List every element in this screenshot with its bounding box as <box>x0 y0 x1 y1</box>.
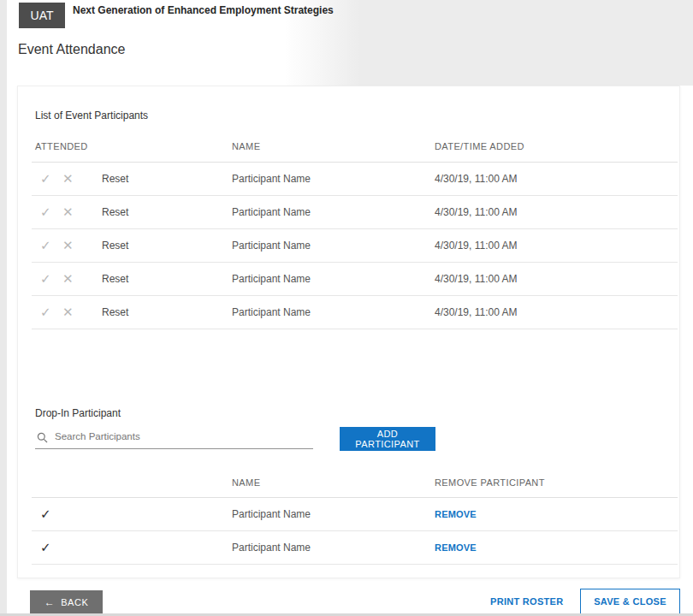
print-roster-link[interactable]: PRINT ROSTER <box>490 596 564 607</box>
add-participant-button[interactable]: ADD PARTICIPANT <box>340 427 435 451</box>
table-row: ✓ Participant Name REMOVE <box>32 531 678 565</box>
date-added: 4/30/19, 11:00 AM <box>435 173 678 185</box>
column-header-name: NAME <box>232 141 435 151</box>
search-participants-input[interactable] <box>48 431 313 443</box>
reset-link[interactable]: Reset <box>102 306 128 318</box>
event-attendance-card: List of Event Participants ATTENDED NAME… <box>17 86 680 578</box>
table-row: ✓ ✕ Reset Participant Name 4/30/19, 11:0… <box>32 163 678 196</box>
participant-name: Participant Name <box>232 273 435 285</box>
environment-badge-label: UAT <box>31 9 54 22</box>
date-added: 4/30/19, 11:00 AM <box>435 306 678 318</box>
attended-check-icon[interactable]: ✓ <box>40 305 54 320</box>
attended-marker-cell: ✓ <box>32 506 232 522</box>
column-header-remove: REMOVE PARTICIPANT <box>435 477 678 488</box>
attended-cross-icon[interactable]: ✕ <box>62 204 76 220</box>
participant-name: Participant Name <box>232 173 435 185</box>
column-header-name: NAME <box>232 477 435 488</box>
participant-name: Participant Name <box>232 206 435 218</box>
attended-cross-icon[interactable]: ✕ <box>62 238 76 253</box>
search-icon <box>37 432 48 443</box>
participant-name: Participant Name <box>232 240 435 252</box>
dropin-table-header: NAME REMOVE PARTICIPANT <box>32 467 678 498</box>
back-button[interactable]: ← BACK <box>30 590 103 613</box>
environment-badge: UAT <box>19 3 65 28</box>
left-gutter-strip <box>0 0 7 616</box>
participants-table: ATTENDED NAME DATE/TIME ADDED ✓ ✕ Reset … <box>32 130 678 329</box>
reset-link[interactable]: Reset <box>102 173 128 185</box>
remove-link[interactable]: REMOVE <box>435 509 477 519</box>
participant-name: Participant Name <box>232 542 435 554</box>
attended-check-icon[interactable]: ✓ <box>40 238 54 253</box>
app-title: Next Generation of Enhanced Employment S… <box>73 4 334 16</box>
date-added: 4/30/19, 11:00 AM <box>435 206 678 218</box>
participant-search-box[interactable] <box>35 426 313 449</box>
attended-cross-icon[interactable]: ✕ <box>62 171 76 187</box>
attended-cell: ✓ ✕ Reset <box>32 238 232 253</box>
attended-cell: ✓ ✕ Reset <box>32 305 232 320</box>
attended-check-icon[interactable]: ✓ <box>40 204 54 220</box>
attended-cell: ✓ ✕ Reset <box>32 204 232 220</box>
attended-cell: ✓ ✕ Reset <box>32 171 232 187</box>
reset-link[interactable]: Reset <box>102 273 128 285</box>
participant-name: Participant Name <box>232 508 435 520</box>
date-added: 4/30/19, 11:00 AM <box>435 240 678 252</box>
page-title: Event Attendance <box>18 42 125 57</box>
attended-cell: ✓ ✕ Reset <box>32 271 232 287</box>
attended-check-icon[interactable]: ✓ <box>40 271 54 287</box>
table-row: ✓ ✕ Reset Participant Name 4/30/19, 11:0… <box>32 229 678 263</box>
reset-link[interactable]: Reset <box>102 240 128 252</box>
attended-cross-icon[interactable]: ✕ <box>62 271 76 287</box>
attended-check-icon: ✓ <box>40 540 54 555</box>
attended-cross-icon[interactable]: ✕ <box>62 305 76 320</box>
dropin-section-title: Drop-In Participant <box>35 407 679 419</box>
save-close-button[interactable]: SAVE & CLOSE <box>580 589 680 614</box>
back-button-label: BACK <box>61 597 88 607</box>
participants-section-title: List of Event Participants <box>35 110 679 121</box>
attended-check-icon[interactable]: ✓ <box>40 171 54 187</box>
table-row: ✓ ✕ Reset Participant Name 4/30/19, 11:0… <box>32 263 678 296</box>
table-row: ✓ ✕ Reset Participant Name 4/30/19, 11:0… <box>32 296 678 329</box>
attended-marker-cell: ✓ <box>32 540 232 555</box>
attended-check-icon: ✓ <box>40 506 54 522</box>
table-row: ✓ Participant Name REMOVE <box>32 498 678 531</box>
reset-link[interactable]: Reset <box>102 206 128 218</box>
column-header-attended: ATTENDED <box>32 141 232 151</box>
remove-link[interactable]: REMOVE <box>435 542 477 553</box>
participants-table-header: ATTENDED NAME DATE/TIME ADDED <box>32 130 678 163</box>
table-row: ✓ ✕ Reset Participant Name 4/30/19, 11:0… <box>32 196 678 229</box>
dropin-table: NAME REMOVE PARTICIPANT ✓ Participant Na… <box>32 467 678 565</box>
column-header-date-added: DATE/TIME ADDED <box>435 141 678 151</box>
dropin-search-row: ADD PARTICIPANT <box>35 426 679 451</box>
back-arrow-icon: ← <box>44 596 56 608</box>
participant-name: Participant Name <box>232 306 435 318</box>
date-added: 4/30/19, 11:00 AM <box>435 273 678 285</box>
